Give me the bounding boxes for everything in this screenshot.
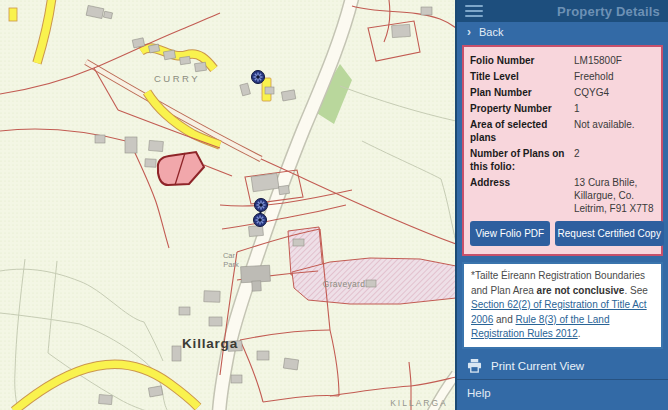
panel-title: Property Details [557, 4, 660, 19]
property-cluster-marker [255, 199, 268, 212]
map-label-killarga-village: Killarga [182, 336, 238, 351]
view-folio-pdf-button[interactable]: View Folio PDF [470, 221, 550, 246]
panel-header: Property Details [457, 0, 668, 22]
detail-row-folio-number: Folio Number LM15800F [470, 54, 655, 67]
detail-row-area: Area of selected plans Not available. [470, 118, 655, 144]
map-label-killarga-townland: KILLARGA [390, 398, 448, 408]
map-canvas[interactable]: CURRY Car Park Graveyard Killarga KILLAR… [0, 0, 455, 410]
map-label-curry: CURRY [154, 73, 200, 84]
print-label: Print Current View [491, 360, 584, 372]
map-label-park: Park [223, 260, 239, 269]
menu-icon[interactable] [465, 5, 483, 18]
back-label: Back [479, 26, 503, 38]
detail-row-title-level: Title Level Freehold [470, 70, 655, 83]
detail-row-plan-number: Plan Number CQYG4 [470, 86, 655, 99]
back-button[interactable]: › Back [457, 22, 668, 42]
details-actions: View Folio PDF Request Certified Copy [470, 221, 655, 246]
map-label-graveyard: Graveyard [323, 279, 365, 289]
map-svg[interactable]: CURRY Car Park Graveyard Killarga KILLAR… [0, 0, 455, 410]
property-details-panel: Property Details › Back Folio Number LM1… [455, 0, 668, 410]
detail-row-address: Address 13 Cura Bhile, Killargue, Co. Le… [470, 176, 655, 215]
detail-row-number-of-plans: Number of Plans on this folio: 2 [470, 147, 655, 173]
property-details-card: Folio Number LM15800F Title Level Freeho… [462, 45, 663, 256]
map-label-car: Car [223, 251, 236, 260]
help-link[interactable]: Help [457, 380, 668, 406]
printer-icon [467, 359, 482, 373]
property-cluster-marker [252, 71, 265, 84]
print-current-view-button[interactable]: Print Current View [457, 352, 668, 380]
disclaimer-bold: are not conclusive [537, 285, 625, 296]
panel-body: Folio Number LM15800F Title Level Freeho… [457, 42, 668, 349]
disclaimer-note: *Tailte Éireann Registration Boundaries … [462, 262, 663, 349]
chevron-right-icon: › [467, 26, 471, 38]
request-certified-copy-button[interactable]: Request Certified Copy [555, 221, 664, 246]
detail-row-property-number: Property Number 1 [470, 102, 655, 115]
property-cluster-marker [254, 214, 267, 227]
map-viewer-app: CURRY Car Park Graveyard Killarga KILLAR… [0, 0, 668, 410]
